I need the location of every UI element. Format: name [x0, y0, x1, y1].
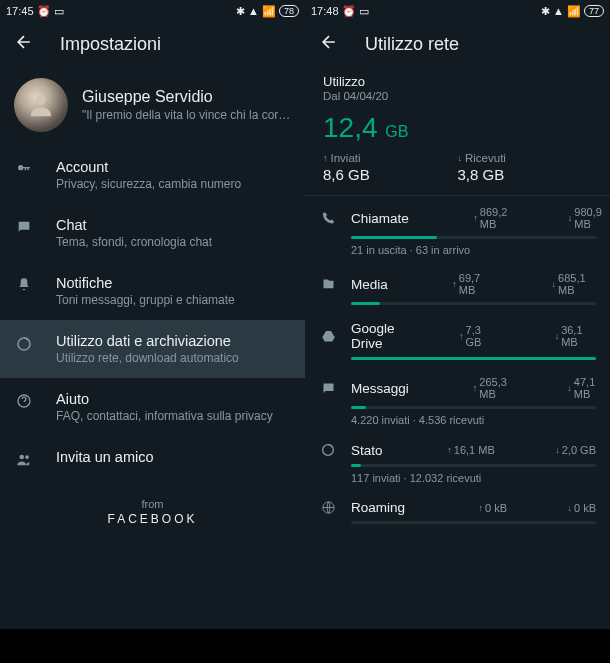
usage-category-msg[interactable]: Messaggi↑265,3 MB↓47,1 MB4.220 inviati ·…	[305, 368, 610, 434]
status-time: 17:48	[311, 5, 339, 17]
setting-subtitle: FAQ, contattaci, informativa sulla priva…	[56, 409, 273, 423]
chat-icon	[14, 219, 34, 235]
battery-level: 77	[584, 5, 604, 17]
category-name: Messaggi	[351, 381, 409, 396]
sent-value: ↑265,3 MB	[423, 376, 507, 400]
android-nav-bar	[305, 629, 610, 663]
recv-value: ↓2,0 GB	[505, 444, 596, 456]
setting-subtitle: Privacy, sicurezza, cambia numero	[56, 177, 241, 191]
category-sub: 4.220 inviati · 4.536 ricevuti	[351, 414, 596, 426]
status-time: 17:45	[6, 5, 34, 17]
msg-icon	[319, 381, 337, 396]
profile-row[interactable]: Giuseppe Servidio "Il premio della vita …	[0, 66, 305, 146]
alarm-icon: ⏰	[37, 5, 51, 18]
page-title: Utilizzo rete	[365, 34, 459, 55]
usage-bar	[351, 406, 596, 409]
sent-received-row: ↑Inviati 8,6 GB ↓Ricevuti 3,8 GB	[305, 152, 610, 193]
phone-icon	[319, 211, 337, 226]
profile-name: Giuseppe Servidio	[82, 88, 292, 106]
recv-value: 3,8 GB	[458, 166, 593, 183]
category-name: Chiamate	[351, 211, 409, 226]
from-facebook: from FACEBOOK	[0, 498, 305, 526]
setting-subtitle: Utilizzo rete, download automatico	[56, 351, 239, 365]
usage-summary: Utilizzo Dal 04/04/20	[305, 66, 610, 106]
status-bar-right: 17:48 ⏰ ▭ ✱ ▲ 📶 77	[305, 0, 610, 22]
category-sub: 117 inviati · 12.032 ricevuti	[351, 472, 596, 484]
recv-value: ↓685,1 MB	[501, 272, 596, 296]
recv-value: ↓0 kB	[517, 502, 596, 514]
sent-value: ↑7,3 GB	[409, 324, 495, 348]
bluetooth-icon: ✱	[541, 5, 550, 18]
total-usage: 12,4 GB	[305, 106, 610, 152]
avatar	[14, 78, 68, 132]
recv-value: ↓47,1 MB	[517, 376, 596, 400]
key-icon	[14, 161, 34, 177]
status-icon	[319, 442, 337, 458]
svg-point-0	[36, 95, 46, 105]
app-bar: Utilizzo rete	[305, 22, 610, 66]
down-arrow-icon: ↓	[458, 153, 463, 163]
category-sub: 21 in uscita · 63 in arrivo	[351, 244, 596, 256]
battery-level: 78	[279, 5, 299, 17]
category-name: Media	[351, 277, 388, 292]
bluetooth-icon: ✱	[236, 5, 245, 18]
setting-title: Aiuto	[56, 391, 273, 407]
category-name: Stato	[351, 443, 383, 458]
usage-bar	[351, 302, 596, 305]
media-icon	[319, 277, 337, 292]
sent-value: 8,6 GB	[323, 166, 458, 183]
up-arrow-icon: ↑	[323, 153, 328, 163]
sent-value: ↑69,7 MB	[402, 272, 491, 296]
recv-value: ↓36,1 MB	[504, 324, 596, 348]
back-icon[interactable]	[14, 32, 34, 56]
setting-row-help[interactable]: AiutoFAQ, contattaci, informativa sulla …	[0, 378, 305, 436]
settings-pane: 17:45 ⏰ ▭ ✱ ▲ 📶 78 Impostazioni Giuseppe…	[0, 0, 305, 663]
cast-icon: ▭	[54, 5, 64, 18]
usage-category-media[interactable]: Media↑69,7 MB↓685,1 MB	[305, 264, 610, 313]
usage-date: Dal 04/04/20	[323, 90, 592, 102]
wifi-icon: ▲	[553, 5, 564, 17]
setting-subtitle: Toni messaggi, gruppi e chiamate	[56, 293, 235, 307]
setting-subtitle: Tema, sfondi, cronologia chat	[56, 235, 212, 249]
setting-row-invite[interactable]: Invita un amico	[0, 436, 305, 482]
usage-category-phone[interactable]: Chiamate↑869,2 MB↓980,9 MB21 in uscita ·…	[305, 198, 610, 264]
usage-category-drive[interactable]: Google Drive↑7,3 GB↓36,1 MB	[305, 313, 610, 368]
setting-row-key[interactable]: AccountPrivacy, sicurezza, cambia numero	[0, 146, 305, 204]
usage-bar	[351, 464, 596, 467]
cast-icon: ▭	[359, 5, 369, 18]
setting-row-data[interactable]: Utilizzo dati e archiviazioneUtilizzo re…	[0, 320, 305, 378]
divider	[305, 195, 610, 196]
usage-bar	[351, 357, 596, 360]
setting-row-chat[interactable]: ChatTema, sfondi, cronologia chat	[0, 204, 305, 262]
usage-bar	[351, 236, 596, 239]
bell-icon	[14, 277, 34, 293]
setting-title: Account	[56, 159, 241, 175]
profile-status: "Il premio della vita lo vince chi la co…	[82, 108, 292, 122]
usage-label: Utilizzo	[323, 74, 592, 89]
back-icon[interactable]	[319, 32, 339, 56]
setting-title: Notifiche	[56, 275, 235, 291]
svg-point-4	[25, 455, 29, 459]
category-name: Roaming	[351, 500, 414, 515]
signal-icon: 📶	[262, 5, 276, 18]
sent-value: ↑16,1 MB	[397, 444, 495, 456]
data-icon	[14, 335, 34, 353]
app-bar: Impostazioni	[0, 22, 305, 66]
setting-title: Utilizzo dati e archiviazione	[56, 333, 239, 349]
setting-row-bell[interactable]: NotificheToni messaggi, gruppi e chiamat…	[0, 262, 305, 320]
setting-title: Chat	[56, 217, 212, 233]
alarm-icon: ⏰	[342, 5, 356, 18]
network-usage-pane: 17:48 ⏰ ▭ ✱ ▲ 📶 77 Utilizzo rete Utilizz…	[305, 0, 610, 663]
category-name: Google Drive	[351, 321, 395, 351]
recv-value: ↓980,9 MB	[517, 206, 602, 230]
help-icon	[14, 393, 34, 409]
svg-point-3	[20, 455, 25, 460]
android-nav-bar	[0, 629, 305, 663]
setting-title: Invita un amico	[56, 449, 154, 465]
status-bar-left: 17:45 ⏰ ▭ ✱ ▲ 📶 78	[0, 0, 305, 22]
usage-category-globe[interactable]: Roaming↑0 kB↓0 kB	[305, 492, 610, 532]
wifi-icon: ▲	[248, 5, 259, 17]
drive-icon	[319, 329, 337, 344]
sent-value: ↑869,2 MB	[423, 206, 508, 230]
usage-category-status[interactable]: Stato↑16,1 MB↓2,0 GB117 inviati · 12.032…	[305, 434, 610, 492]
